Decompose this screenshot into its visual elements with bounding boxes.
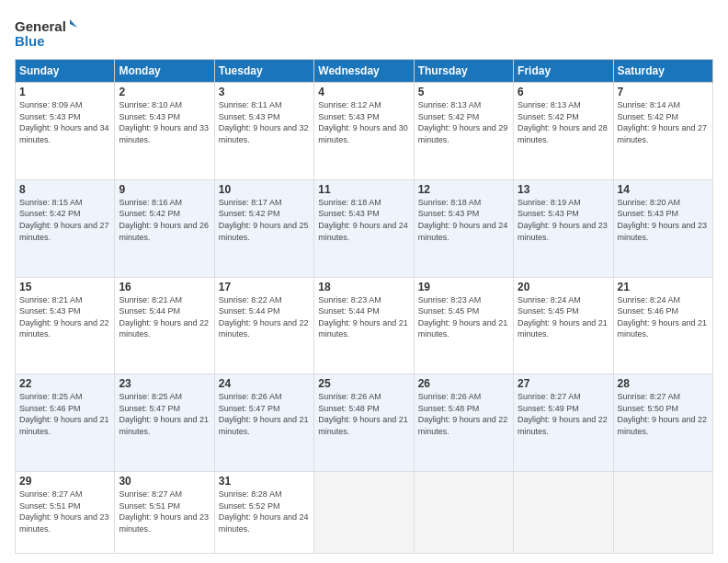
day-number: 7: [618, 86, 709, 98]
calendar-cell: 18Sunrise: 8:23 AM Sunset: 5:44 PM Dayli…: [314, 277, 414, 374]
day-info: Sunrise: 8:26 AM Sunset: 5:48 PM Dayligh…: [418, 391, 509, 437]
day-number: 4: [318, 86, 409, 98]
day-info: Sunrise: 8:12 AM Sunset: 5:43 PM Dayligh…: [318, 99, 409, 145]
calendar-cell: 3Sunrise: 8:11 AM Sunset: 5:43 PM Daylig…: [214, 83, 313, 180]
day-number: 17: [219, 281, 310, 293]
day-info: Sunrise: 8:09 AM Sunset: 5:43 PM Dayligh…: [19, 99, 110, 145]
calendar-cell: 8Sunrise: 8:15 AM Sunset: 5:42 PM Daylig…: [16, 179, 115, 277]
day-info: Sunrise: 8:17 AM Sunset: 5:42 PM Dayligh…: [219, 197, 310, 243]
day-number: 24: [219, 377, 310, 390]
day-number: 27: [518, 377, 609, 390]
day-number: 13: [518, 183, 609, 196]
day-info: Sunrise: 8:14 AM Sunset: 5:42 PM Dayligh…: [618, 99, 709, 145]
day-info: Sunrise: 8:18 AM Sunset: 5:43 PM Dayligh…: [318, 197, 409, 243]
day-number: 19: [418, 281, 509, 293]
day-info: Sunrise: 8:27 AM Sunset: 5:51 PM Dayligh…: [119, 488, 210, 534]
svg-text:Blue: Blue: [15, 33, 45, 49]
day-info: Sunrise: 8:11 AM Sunset: 5:43 PM Dayligh…: [219, 99, 310, 145]
weekday-header-wednesday: Wednesday: [314, 60, 414, 83]
day-info: Sunrise: 8:25 AM Sunset: 5:47 PM Dayligh…: [119, 391, 210, 437]
day-info: Sunrise: 8:15 AM Sunset: 5:42 PM Dayligh…: [19, 197, 110, 243]
calendar-cell: 31Sunrise: 8:28 AM Sunset: 5:52 PM Dayli…: [214, 472, 313, 554]
day-info: Sunrise: 8:10 AM Sunset: 5:43 PM Dayligh…: [119, 99, 210, 145]
day-number: 14: [618, 183, 709, 196]
calendar-cell: 29Sunrise: 8:27 AM Sunset: 5:51 PM Dayli…: [16, 472, 115, 554]
day-info: Sunrise: 8:22 AM Sunset: 5:44 PM Dayligh…: [219, 294, 310, 340]
day-number: 25: [318, 377, 409, 390]
day-number: 3: [219, 86, 310, 98]
calendar-cell: 23Sunrise: 8:25 AM Sunset: 5:47 PM Dayli…: [115, 374, 214, 472]
day-info: Sunrise: 8:23 AM Sunset: 5:45 PM Dayligh…: [418, 294, 509, 340]
day-info: Sunrise: 8:21 AM Sunset: 5:43 PM Dayligh…: [19, 294, 110, 340]
calendar-cell: 27Sunrise: 8:27 AM Sunset: 5:49 PM Dayli…: [514, 374, 613, 472]
weekday-header-row: SundayMondayTuesdayWednesdayThursdayFrid…: [16, 60, 713, 83]
logo-svg: General Blue: [15, 15, 79, 52]
svg-marker-2: [70, 19, 77, 28]
day-info: Sunrise: 8:19 AM Sunset: 5:43 PM Dayligh…: [518, 197, 609, 243]
calendar-cell: 30Sunrise: 8:27 AM Sunset: 5:51 PM Dayli…: [115, 472, 214, 554]
weekday-header-sunday: Sunday: [16, 60, 115, 83]
week-row-4: 22Sunrise: 8:25 AM Sunset: 5:46 PM Dayli…: [16, 374, 713, 472]
day-info: Sunrise: 8:24 AM Sunset: 5:46 PM Dayligh…: [618, 294, 709, 340]
day-number: 11: [318, 183, 409, 196]
day-info: Sunrise: 8:20 AM Sunset: 5:43 PM Dayligh…: [618, 197, 709, 243]
day-number: 23: [119, 377, 210, 390]
calendar-cell: 17Sunrise: 8:22 AM Sunset: 5:44 PM Dayli…: [214, 277, 313, 374]
calendar-cell: 19Sunrise: 8:23 AM Sunset: 5:45 PM Dayli…: [414, 277, 513, 374]
week-row-5: 29Sunrise: 8:27 AM Sunset: 5:51 PM Dayli…: [16, 472, 713, 554]
day-info: Sunrise: 8:26 AM Sunset: 5:47 PM Dayligh…: [219, 391, 310, 437]
day-info: Sunrise: 8:13 AM Sunset: 5:42 PM Dayligh…: [418, 99, 509, 145]
day-info: Sunrise: 8:26 AM Sunset: 5:48 PM Dayligh…: [318, 391, 409, 437]
day-number: 1: [19, 86, 110, 98]
day-info: Sunrise: 8:23 AM Sunset: 5:44 PM Dayligh…: [318, 294, 409, 340]
logo: General Blue: [15, 15, 79, 52]
calendar-cell: 4Sunrise: 8:12 AM Sunset: 5:43 PM Daylig…: [314, 83, 414, 180]
day-number: 21: [618, 281, 709, 293]
day-info: Sunrise: 8:13 AM Sunset: 5:42 PM Dayligh…: [518, 99, 609, 145]
calendar-cell: [514, 472, 613, 554]
day-number: 29: [19, 475, 110, 488]
day-number: 18: [318, 281, 409, 293]
week-row-3: 15Sunrise: 8:21 AM Sunset: 5:43 PM Dayli…: [16, 277, 713, 374]
day-number: 28: [618, 377, 709, 390]
calendar-cell: 24Sunrise: 8:26 AM Sunset: 5:47 PM Dayli…: [214, 374, 313, 472]
day-info: Sunrise: 8:25 AM Sunset: 5:46 PM Dayligh…: [19, 391, 110, 437]
day-number: 2: [119, 86, 210, 98]
day-number: 22: [19, 377, 110, 390]
day-number: 16: [119, 281, 210, 293]
calendar-cell: 10Sunrise: 8:17 AM Sunset: 5:42 PM Dayli…: [214, 179, 313, 277]
weekday-header-tuesday: Tuesday: [214, 60, 313, 83]
calendar-cell: 13Sunrise: 8:19 AM Sunset: 5:43 PM Dayli…: [514, 179, 613, 277]
day-info: Sunrise: 8:24 AM Sunset: 5:45 PM Dayligh…: [518, 294, 609, 340]
day-info: Sunrise: 8:21 AM Sunset: 5:44 PM Dayligh…: [119, 294, 210, 340]
calendar-cell: 2Sunrise: 8:10 AM Sunset: 5:43 PM Daylig…: [115, 83, 214, 180]
week-row-1: 1Sunrise: 8:09 AM Sunset: 5:43 PM Daylig…: [16, 83, 713, 180]
calendar-cell: [613, 472, 712, 554]
calendar-cell: 5Sunrise: 8:13 AM Sunset: 5:42 PM Daylig…: [414, 83, 513, 180]
weekday-header-saturday: Saturday: [613, 60, 712, 83]
day-number: 26: [418, 377, 509, 390]
day-info: Sunrise: 8:28 AM Sunset: 5:52 PM Dayligh…: [219, 488, 310, 534]
header: General Blue: [15, 15, 713, 52]
day-info: Sunrise: 8:27 AM Sunset: 5:50 PM Dayligh…: [618, 391, 709, 437]
day-info: Sunrise: 8:16 AM Sunset: 5:42 PM Dayligh…: [119, 197, 210, 243]
calendar-cell: 1Sunrise: 8:09 AM Sunset: 5:43 PM Daylig…: [16, 83, 115, 180]
svg-text:General: General: [15, 18, 66, 34]
calendar-table: SundayMondayTuesdayWednesdayThursdayFrid…: [15, 59, 713, 554]
weekday-header-friday: Friday: [514, 60, 613, 83]
day-number: 6: [518, 86, 609, 98]
day-number: 31: [219, 475, 310, 488]
calendar-cell: 6Sunrise: 8:13 AM Sunset: 5:42 PM Daylig…: [514, 83, 613, 180]
weekday-header-monday: Monday: [115, 60, 214, 83]
calendar-cell: 12Sunrise: 8:18 AM Sunset: 5:43 PM Dayli…: [414, 179, 513, 277]
calendar-cell: 15Sunrise: 8:21 AM Sunset: 5:43 PM Dayli…: [16, 277, 115, 374]
week-row-2: 8Sunrise: 8:15 AM Sunset: 5:42 PM Daylig…: [16, 179, 713, 277]
calendar-cell: 20Sunrise: 8:24 AM Sunset: 5:45 PM Dayli…: [514, 277, 613, 374]
calendar-cell: 14Sunrise: 8:20 AM Sunset: 5:43 PM Dayli…: [613, 179, 712, 277]
day-info: Sunrise: 8:27 AM Sunset: 5:49 PM Dayligh…: [518, 391, 609, 437]
day-info: Sunrise: 8:27 AM Sunset: 5:51 PM Dayligh…: [19, 488, 110, 534]
calendar-cell: [414, 472, 513, 554]
day-number: 30: [119, 475, 210, 488]
day-number: 15: [19, 281, 110, 293]
day-number: 5: [418, 86, 509, 98]
